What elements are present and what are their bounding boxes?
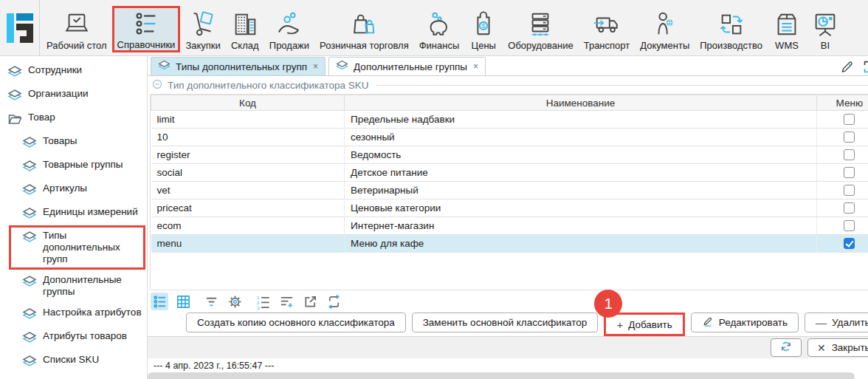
cell-code[interactable]: limit — [151, 111, 345, 129]
table-row[interactable]: pricecatЦеновые категории — [151, 199, 868, 217]
cell-name[interactable]: Предельные надбавки — [345, 111, 817, 129]
layers-icon — [336, 59, 348, 74]
tab-close-icon[interactable]: × — [313, 61, 318, 72]
tab[interactable]: Дополнительные группы× — [328, 57, 486, 75]
sidebar-item[interactable]: Единицы измерений — [0, 202, 147, 225]
sidebar-item[interactable]: Товарные группы — [0, 154, 147, 178]
fullscreen-icon[interactable] — [863, 60, 868, 74]
column-header-code[interactable]: Код — [151, 95, 345, 111]
module-label: Рабочий стол — [46, 40, 107, 51]
cell-name[interactable]: Ценовые категории — [345, 199, 817, 217]
module-item[interactable]: Закупки — [180, 7, 225, 52]
documents-icon — [651, 9, 679, 38]
cell-menu — [817, 235, 868, 253]
module-item[interactable]: Справочники — [112, 6, 181, 52]
cell-name[interactable]: Интернет-магазин — [345, 217, 817, 235]
module-item[interactable]: Склад — [226, 7, 264, 52]
module-item[interactable]: Оборудование — [503, 7, 578, 52]
cell-code[interactable]: 10 — [151, 129, 345, 146]
sidebar-item[interactable]: Бренды — [0, 373, 147, 379]
collapse-icon[interactable] — [152, 79, 162, 92]
cell-code[interactable]: social — [151, 164, 345, 182]
menu-checkbox[interactable] — [844, 167, 855, 178]
edit-button[interactable]: Редактировать — [691, 313, 799, 332]
sidebar-item[interactable]: Дополнительные группы — [0, 270, 147, 302]
refresh-button[interactable] — [771, 338, 802, 357]
footer-bar: ✕ Закрыть — [148, 336, 868, 358]
menu-checkbox[interactable] — [844, 202, 855, 214]
filter-icon[interactable] — [202, 293, 220, 310]
app-logo — [7, 13, 33, 43]
module-item[interactable]: Продажи — [264, 7, 314, 52]
table-row[interactable]: socialДетское питание — [151, 164, 868, 182]
table-row[interactable]: limitПредельные надбавки — [151, 111, 868, 129]
sidebar-item[interactable]: Сотрудники — [0, 60, 147, 83]
add-row-icon[interactable] — [278, 293, 295, 310]
table-row[interactable]: menuМеню для кафе — [151, 235, 868, 253]
cell-menu — [817, 182, 868, 199]
sidebar-item-label: Типы дополнительных групп — [43, 230, 142, 265]
horizontal-scrollbar[interactable] — [148, 372, 855, 379]
add-button[interactable]: + Добавить — [606, 315, 682, 334]
sidebar-item-label: Товарные группы — [43, 159, 123, 171]
cell-name[interactable]: сезонный — [345, 129, 817, 146]
module-item[interactable]: Транспорт — [579, 7, 636, 52]
menu-checkbox[interactable] — [844, 132, 855, 143]
table-row[interactable]: registerВедомость — [151, 146, 868, 164]
cell-code[interactable]: register — [151, 146, 345, 164]
cell-code[interactable]: menu — [151, 235, 345, 253]
tab[interactable]: Типы дополнительных групп× — [151, 57, 326, 75]
table-row[interactable]: ecomИнтернет-магазин — [151, 217, 868, 235]
sidebar-item[interactable]: Списки SKU — [0, 349, 147, 373]
menu-checkbox[interactable] — [844, 114, 855, 125]
sidebar-item[interactable]: Типы дополнительных групп — [9, 225, 145, 270]
list-view-icon[interactable] — [151, 293, 168, 310]
delete-button[interactable]: — Удалить — [805, 313, 868, 332]
menu-checkbox[interactable] — [844, 238, 855, 249]
cell-code[interactable]: pricecat — [151, 199, 345, 217]
reload-data-icon[interactable] — [325, 293, 342, 310]
module-item[interactable]: $Цены — [464, 7, 503, 52]
cell-name[interactable]: Детское питание — [345, 164, 817, 182]
sidebar-item[interactable]: Артикулы — [0, 178, 147, 202]
module-item[interactable]: WMS — [768, 7, 806, 52]
module-item[interactable]: BI — [806, 7, 844, 52]
module-label: Транспорт — [584, 40, 630, 51]
menu-checkbox[interactable] — [844, 149, 855, 160]
module-item[interactable]: Производство — [695, 7, 768, 52]
sidebar-item[interactable]: Товары — [0, 131, 147, 154]
copy-classifier-button[interactable]: Создать копию основного классификатора — [186, 313, 406, 332]
module-item[interactable]: Розничная торговля — [314, 7, 414, 52]
settings-gear-icon[interactable] — [226, 293, 244, 310]
table-row[interactable]: vetВетеринарный — [151, 182, 868, 199]
table-row[interactable]: 10сезонный — [151, 129, 868, 146]
grid-view-icon[interactable] — [174, 293, 192, 310]
replace-classifier-button[interactable]: Заменить основной классификатор — [412, 313, 599, 332]
edit-icon[interactable] — [840, 60, 854, 74]
close-button[interactable]: ✕ Закрыть — [807, 338, 868, 357]
sidebar-item[interactable]: Товар — [0, 107, 147, 131]
module-item[interactable]: Рабочий стол — [41, 7, 112, 52]
tab-close-icon[interactable]: × — [473, 61, 478, 72]
sidebar-item-label: Артикулы — [43, 182, 87, 194]
sidebar-item[interactable]: Атрибуты товаров — [0, 326, 147, 349]
classifier-table: Код Наименование Меню limitПредельные на… — [150, 94, 868, 290]
module-item[interactable]: Документы — [635, 7, 695, 52]
cell-name[interactable]: Ведомость — [345, 146, 817, 164]
cell-code[interactable]: ecom — [151, 217, 345, 235]
cell-menu — [817, 217, 868, 235]
module-item[interactable]: Финансы — [414, 7, 465, 52]
numbered-list-icon[interactable]: 123 — [254, 293, 272, 310]
column-header-name[interactable]: Наименование — [345, 95, 817, 111]
sidebar-item[interactable]: Настройка атрибутов — [0, 302, 147, 326]
sidebar-item[interactable]: Организации — [0, 83, 147, 107]
cell-name[interactable]: Ветеринарный — [345, 182, 817, 199]
column-header-menu[interactable]: Меню — [817, 95, 868, 111]
menu-checkbox[interactable] — [844, 185, 855, 196]
cell-name[interactable]: Меню для кафе — [345, 235, 817, 253]
module-label: Цены — [472, 40, 496, 51]
cell-code[interactable]: vet — [151, 182, 345, 199]
minus-icon: — — [816, 317, 827, 328]
menu-checkbox[interactable] — [844, 220, 855, 231]
open-in-new-icon[interactable] — [301, 293, 319, 310]
